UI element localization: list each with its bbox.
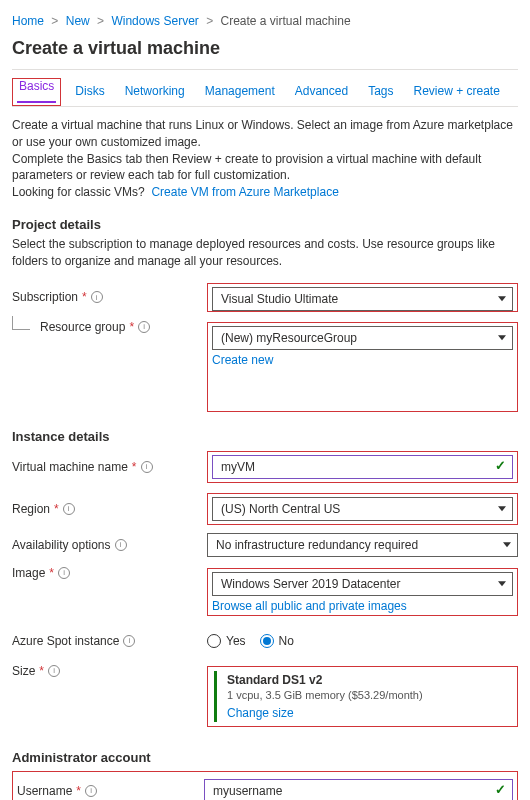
- image-dropdown[interactable]: Windows Server 2019 Datacenter: [212, 572, 513, 596]
- subscription-dropdown[interactable]: Visual Studio Ultimate: [212, 287, 513, 311]
- tab-advanced[interactable]: Advanced: [293, 78, 350, 106]
- crumb-new[interactable]: New: [66, 14, 90, 28]
- tab-tags[interactable]: Tags: [366, 78, 395, 106]
- page-title: Create a virtual machine: [12, 36, 518, 69]
- size-label: Size* i: [12, 664, 207, 678]
- info-icon[interactable]: i: [141, 461, 153, 473]
- chevron-down-icon: [498, 296, 506, 301]
- info-icon[interactable]: i: [58, 567, 70, 579]
- info-icon[interactable]: i: [63, 503, 75, 515]
- crumb-windows-server[interactable]: Windows Server: [111, 14, 198, 28]
- vm-name-label: Virtual machine name* i: [12, 460, 207, 474]
- vm-name-input[interactable]: myVM✓: [212, 455, 513, 479]
- create-new-rg-link[interactable]: Create new: [212, 350, 273, 367]
- region-dropdown[interactable]: (US) North Central US: [212, 497, 513, 521]
- tab-basics[interactable]: Basics: [17, 73, 56, 103]
- chevron-down-icon: [498, 581, 506, 586]
- tab-review[interactable]: Review + create: [412, 78, 502, 106]
- spot-no-radio[interactable]: No: [260, 634, 294, 648]
- resource-group-label: Resource group* i: [12, 320, 207, 334]
- chevron-down-icon: [503, 542, 511, 547]
- classic-vm-link[interactable]: Create VM from Azure Marketplace: [151, 185, 338, 199]
- resource-group-dropdown[interactable]: (New) myResourceGroup: [212, 326, 513, 350]
- info-icon[interactable]: i: [138, 321, 150, 333]
- change-size-link[interactable]: Change size: [227, 703, 294, 720]
- availability-dropdown[interactable]: No infrastructure redundancy required: [207, 533, 518, 557]
- info-icon[interactable]: i: [123, 635, 135, 647]
- check-icon: ✓: [495, 458, 506, 473]
- subscription-label: Subscription* i: [12, 290, 207, 304]
- tab-networking[interactable]: Networking: [123, 78, 187, 106]
- tab-management[interactable]: Management: [203, 78, 277, 106]
- chevron-down-icon: [498, 335, 506, 340]
- info-icon[interactable]: i: [48, 665, 60, 677]
- tab-disks[interactable]: Disks: [73, 78, 106, 106]
- breadcrumb: Home > New > Windows Server > Create a v…: [12, 10, 518, 36]
- crumb-current: Create a virtual machine: [221, 14, 351, 28]
- image-label: Image* i: [12, 566, 207, 580]
- chevron-down-icon: [498, 506, 506, 511]
- size-value: Standard DS1 v2: [227, 673, 511, 687]
- intro-text: Create a virtual machine that runs Linux…: [12, 107, 518, 205]
- admin-account-heading: Administrator account: [12, 732, 518, 767]
- crumb-home[interactable]: Home: [12, 14, 44, 28]
- check-icon: ✓: [495, 782, 506, 797]
- info-icon[interactable]: i: [115, 539, 127, 551]
- instance-details-heading: Instance details: [12, 417, 518, 446]
- info-icon[interactable]: i: [85, 785, 97, 797]
- spot-yes-radio[interactable]: Yes: [207, 634, 246, 648]
- browse-images-link[interactable]: Browse all public and private images: [212, 596, 407, 613]
- username-input[interactable]: myusername✓: [204, 779, 513, 800]
- size-spec: 1 vcpu, 3.5 GiB memory ($53.29/month): [227, 687, 511, 703]
- project-details-heading: Project details: [12, 205, 518, 234]
- tab-bar: Basics Disks Networking Management Advan…: [12, 72, 518, 107]
- region-label: Region* i: [12, 502, 207, 516]
- availability-label: Availability options i: [12, 538, 207, 552]
- username-label: Username* i: [17, 784, 204, 798]
- spot-instance-label: Azure Spot instance i: [12, 634, 207, 648]
- project-details-desc: Select the subscription to manage deploy…: [12, 234, 518, 278]
- info-icon[interactable]: i: [91, 291, 103, 303]
